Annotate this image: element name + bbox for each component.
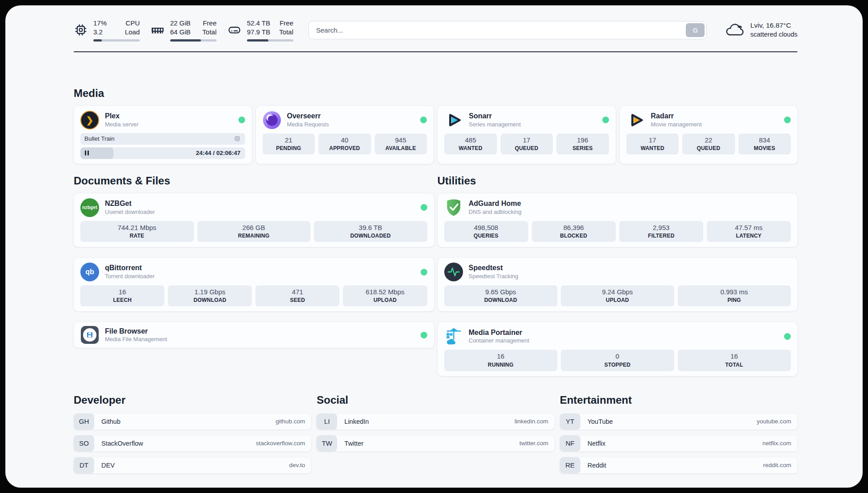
playback-progress: 24:44 / 02:06:47 xyxy=(80,147,245,159)
link-badge: YT xyxy=(560,414,580,430)
dashboard-page: 17% 3.2 CPU Load xyxy=(5,5,863,488)
app-name: Sonarr xyxy=(469,112,521,121)
stat-box: 834 MOVIES xyxy=(739,134,791,155)
stat-box: 16 RUNNING xyxy=(444,350,558,371)
stat-box: 9.65 Gbps DOWNLOAD xyxy=(444,285,558,306)
now-playing-icon xyxy=(234,135,241,142)
stat-box: 47.57 ms LATENCY xyxy=(707,221,791,242)
app-subtitle: Media Requests xyxy=(287,121,329,129)
weather-condition: scattered clouds xyxy=(750,30,797,39)
disk-progress-bar xyxy=(247,39,293,42)
utilities-section: Utilities xyxy=(438,175,798,376)
plex-icon xyxy=(80,111,99,130)
status-dot xyxy=(602,117,609,123)
filebrowser-card[interactable]: File Browser Media File Management xyxy=(74,322,434,348)
app-subtitle: Media server xyxy=(105,121,138,129)
system-metrics: 17% 3.2 CPU Load xyxy=(74,19,293,42)
ram-icon xyxy=(150,23,165,37)
ram-total-value: 64 GiB xyxy=(170,28,191,37)
stat-box: 86,396 BLOCKED xyxy=(532,221,616,242)
disk-icon xyxy=(227,23,242,37)
ram-free-label: Free xyxy=(202,19,217,28)
header: 17% 3.2 CPU Load xyxy=(74,19,797,42)
stat-box: 0 STOPPED xyxy=(561,350,674,371)
disk-metric: 52.4 TB 97.9 TB Free Total xyxy=(227,19,293,42)
filebrowser-icon xyxy=(80,326,99,344)
app-name: Media Portainer xyxy=(469,328,530,338)
weather-widget[interactable]: Lviv, 16.87°C scattered clouds xyxy=(725,21,797,39)
ram-metric: 22 GiB 64 GiB Free Total xyxy=(150,19,217,42)
adguard-card[interactable]: AdGuard Home DNS and adblocking 498,508 … xyxy=(438,193,798,247)
link-badge: GH xyxy=(74,414,94,430)
cpu-progress-bar xyxy=(93,39,140,42)
link-item-stackoverflow[interactable]: SO StackOverflow stackoverflow.com xyxy=(74,435,311,451)
link-item-linkedin[interactable]: LI LinkedIn linkedin.com xyxy=(317,414,554,430)
documents-heading: Documents & Files xyxy=(74,175,434,187)
app-subtitle: Usenet downloader xyxy=(105,209,155,216)
stat-box: 1.19 Gbps DOWNLOAD xyxy=(168,285,252,306)
stat-box: 39.6 TB DOWNLOADED xyxy=(314,221,427,242)
cpu-load-value: 3.2 xyxy=(93,28,107,37)
qbittorrent-icon: qb xyxy=(80,263,99,281)
link-item-github[interactable]: GH Github github.com xyxy=(74,414,311,430)
search-engine-button[interactable]: G xyxy=(686,23,705,37)
nzbget-card[interactable]: nzbget NZBGet Usenet downloader 744.21 M… xyxy=(74,193,434,247)
search-input[interactable] xyxy=(309,21,707,39)
plex-card[interactable]: Plex Media server Bullet Train xyxy=(74,106,252,164)
app-subtitle: Series management xyxy=(469,121,521,129)
entertainment-section: Entertainment YT YouTube youtube.com NF … xyxy=(560,394,797,479)
link-item-netflix[interactable]: NF Netflix netflix.com xyxy=(560,435,797,451)
link-badge: DT xyxy=(74,457,94,473)
ram-free-value: 22 GiB xyxy=(170,19,191,28)
app-subtitle: Speedtest Tracking xyxy=(469,273,518,280)
stat-box: 0.993 ms PING xyxy=(678,285,791,306)
status-dot xyxy=(421,204,427,211)
media-heading: Media xyxy=(74,87,797,100)
documents-section: Documents & Files nzbget NZBGet Usenet d… xyxy=(74,175,434,376)
stat-box: 266 GB REMAINING xyxy=(197,221,311,242)
stat-box: 2,953 FILTERED xyxy=(619,221,703,242)
cpu-metric: 17% 3.2 CPU Load xyxy=(74,19,140,42)
now-playing-row: Bullet Train xyxy=(80,133,245,145)
utilities-heading: Utilities xyxy=(438,175,798,187)
cpu-icon xyxy=(74,23,88,37)
adguard-icon xyxy=(444,198,463,217)
disk-free-value: 52.4 TB xyxy=(247,19,270,28)
stat-box: 485 WANTED xyxy=(444,134,497,155)
qbittorrent-card[interactable]: qb qBittorrent Torrent downloader 16 LEE… xyxy=(74,258,434,311)
status-dot xyxy=(420,117,427,123)
overseerr-card[interactable]: Overseerr Media Requests 21 PENDING 40 A… xyxy=(256,106,434,164)
stat-box: 21 PENDING xyxy=(263,134,315,155)
ram-progress-bar xyxy=(170,39,217,42)
app-name: NZBGet xyxy=(105,199,155,209)
cpu-usage-value: 17% xyxy=(93,19,107,28)
sonarr-card[interactable]: Sonarr Series management 485 WANTED 17 Q… xyxy=(438,106,616,164)
link-item-twitter[interactable]: TW Twitter twitter.com xyxy=(317,435,554,451)
developer-heading: Developer xyxy=(74,394,311,406)
speedtest-card[interactable]: Speedtest Speedtest Tracking 9.65 Gbps D… xyxy=(438,258,798,311)
disk-total-value: 97.9 TB xyxy=(247,28,270,37)
sonarr-icon xyxy=(444,111,463,130)
link-badge: TW xyxy=(317,435,337,451)
app-name: File Browser xyxy=(105,327,167,336)
app-name: AdGuard Home xyxy=(469,199,522,209)
app-name: Radarr xyxy=(651,112,702,121)
stat-box: 618.52 Mbps UPLOAD xyxy=(343,285,427,306)
overseerr-icon xyxy=(263,111,281,130)
link-item-youtube[interactable]: YT YouTube youtube.com xyxy=(560,414,797,430)
social-section: Social LI LinkedIn linkedin.com TW Twitt… xyxy=(317,394,554,479)
app-name: qBittorrent xyxy=(105,263,154,273)
status-dot xyxy=(784,117,791,123)
portainer-icon xyxy=(444,327,463,346)
link-item-reddit[interactable]: RE Reddit reddit.com xyxy=(560,457,797,473)
playback-time: 24:44 / 02:06:47 xyxy=(196,147,241,159)
link-item-dev[interactable]: DT DEV dev.to xyxy=(74,457,311,473)
stat-box: 945 AVAILABLE xyxy=(375,134,427,155)
link-badge: RE xyxy=(560,457,580,473)
app-name: Overseerr xyxy=(287,112,329,121)
pause-button[interactable] xyxy=(85,150,89,155)
portainer-card[interactable]: Media Portainer Container management 16 … xyxy=(438,322,798,376)
nzbget-icon: nzbget xyxy=(80,198,99,217)
radarr-card[interactable]: Radarr Movie management 17 WANTED 22 QUE… xyxy=(620,106,798,164)
stat-box: 9.24 Gbps UPLOAD xyxy=(561,285,674,306)
